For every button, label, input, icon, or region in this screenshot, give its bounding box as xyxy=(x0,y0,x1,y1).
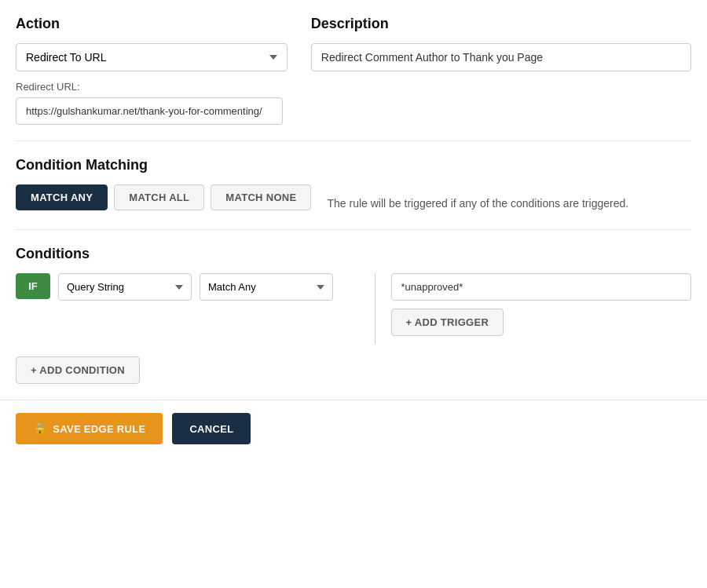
add-condition-button[interactable]: + ADD CONDITION xyxy=(16,356,140,384)
save-label: SAVE EDGE RULE xyxy=(53,423,145,435)
redirect-url-label: Redirect URL: xyxy=(16,81,288,93)
if-badge: IF xyxy=(16,273,50,299)
match-row: MATCH ANY MATCH ALL MATCH NONE The rule … xyxy=(16,184,691,221)
description-input[interactable] xyxy=(311,43,691,71)
match-buttons: MATCH ANY MATCH ALL MATCH NONE xyxy=(16,184,311,210)
save-edge-rule-button[interactable]: 🔒 SAVE EDGE RULE xyxy=(16,413,163,444)
footer: 🔒 SAVE EDGE RULE CANCEL xyxy=(0,400,707,457)
condition-match-select[interactable]: Match Any Match All Does Not Match Conta… xyxy=(200,273,333,301)
condition-row: IF Query String URL IP Address Country H… xyxy=(16,273,691,344)
vertical-divider xyxy=(375,273,375,344)
action-column: Action Redirect To URL Forward Block Ret… xyxy=(16,16,288,125)
top-row: Action Redirect To URL Forward Block Ret… xyxy=(16,16,691,125)
match-description: The rule will be triggered if any of the… xyxy=(327,197,628,210)
description-title: Description xyxy=(311,16,691,32)
trigger-area: + ADD TRIGGER xyxy=(391,273,692,336)
cancel-button[interactable]: CANCEL xyxy=(172,413,251,444)
add-trigger-button[interactable]: + ADD TRIGGER xyxy=(391,309,504,336)
condition-matching-title: Condition Matching xyxy=(16,157,691,173)
description-column: Description xyxy=(311,16,691,125)
match-any-button[interactable]: MATCH ANY xyxy=(16,184,108,210)
divider-2 xyxy=(16,229,691,230)
save-icon: 🔒 xyxy=(33,422,46,435)
match-all-button[interactable]: MATCH ALL xyxy=(114,184,204,210)
condition-type-select[interactable]: Query String URL IP Address Country HTTP… xyxy=(58,273,192,301)
action-select[interactable]: Redirect To URL Forward Block Return Res… xyxy=(16,43,288,71)
redirect-url-input[interactable] xyxy=(16,97,283,125)
conditions-title: Conditions xyxy=(16,246,691,262)
match-none-button[interactable]: MATCH NONE xyxy=(211,184,311,210)
condition-matching-section: Condition Matching MATCH ANY MATCH ALL M… xyxy=(16,157,691,221)
condition-selects: Query String URL IP Address Country HTTP… xyxy=(58,273,359,301)
action-title: Action xyxy=(16,16,288,32)
trigger-input[interactable] xyxy=(391,273,692,301)
page-container: Action Redirect To URL Forward Block Ret… xyxy=(0,0,707,588)
divider-1 xyxy=(16,141,691,141)
conditions-section: Conditions IF Query String URL IP Addres… xyxy=(16,246,691,384)
